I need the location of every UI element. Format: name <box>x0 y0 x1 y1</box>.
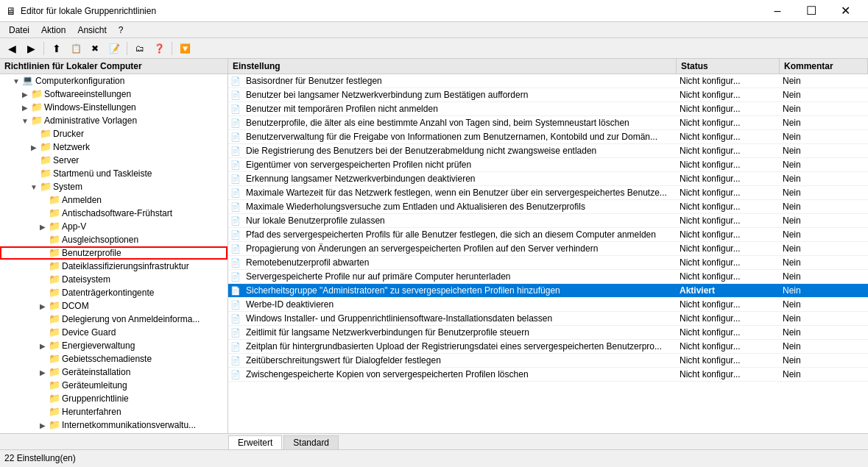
tree-expander-gruppenrichtlinie[interactable] <box>37 393 49 404</box>
menu-item-?[interactable]: ? <box>113 24 130 37</box>
tree-item-anmelden[interactable]: 📁Anmelden <box>0 193 227 207</box>
list-row[interactable]: 📄Sicherheitsgruppe "Administratoren" zu … <box>228 284 868 298</box>
settings-list[interactable]: 📄Basisordner für Benutzer festlegenNicht… <box>228 74 868 433</box>
tree-item-system[interactable]: ▼📁System <box>0 180 227 193</box>
tree-expander-internetkommunikation[interactable]: ▶ <box>37 419 49 431</box>
tree-expander-server[interactable] <box>28 154 40 166</box>
policy-tree[interactable]: ▼💻Computerkonfiguration▶📁Softwareeinstel… <box>0 74 227 433</box>
tree-item-softwareeinstellungen[interactable]: ▶📁Softwareeinstellungen <box>0 88 227 101</box>
tree-item-server[interactable]: 📁Server <box>0 154 227 167</box>
tree-expander-energieverwaltung[interactable]: ▶ <box>37 340 49 352</box>
help-button[interactable]: ❓ <box>150 40 168 57</box>
tree-expander-geraeteumleitung[interactable] <box>37 379 49 391</box>
list-row[interactable]: 📄Werbe-ID deaktivierenNicht konfigur...N… <box>228 298 868 312</box>
cell-comment: Nein <box>780 228 868 241</box>
tree-item-geraeteumleitung[interactable]: 📁Geräteumleitung <box>0 379 227 392</box>
tree-expander-netzwerk[interactable]: ▶ <box>28 141 40 153</box>
tree-item-herunterfahren[interactable]: 📁Herunterfahren <box>0 405 227 418</box>
list-row[interactable]: 📄Maximale Wiederholungsversuche zum Entl… <box>228 200 868 214</box>
maximize-button[interactable]: ☐ <box>794 0 828 22</box>
tree-item-startmenu[interactable]: 📁Startmenü und Taskleiste <box>0 167 227 180</box>
tree-item-ausgleichsoptionen[interactable]: 📁Ausgleichsoptionen <box>0 233 227 246</box>
show-scope-button[interactable]: ⬆ <box>48 40 66 57</box>
tree-item-internetkommunikation[interactable]: ▶📁Internetkommunikationsverwaltu... <box>0 418 227 432</box>
tree-item-computerkonfiguration[interactable]: ▼💻Computerkonfiguration <box>0 74 227 88</box>
tree-expander-app-v[interactable]: ▶ <box>37 221 49 232</box>
list-row[interactable]: 📄Remotebenutzerprofil abwartenNicht konf… <box>228 256 868 270</box>
tree-item-gruppenrichtlinie[interactable]: 📁Gruppenrichtlinie <box>0 392 227 405</box>
menu-item-aktion[interactable]: Aktion <box>35 24 71 37</box>
properties-button[interactable]: 📝 <box>105 40 123 57</box>
list-row[interactable]: 📄Eigentümer von servergespeicherten Prof… <box>228 158 868 172</box>
list-row[interactable]: 📄Benutzerverwaltung für die Freigabe von… <box>228 130 868 144</box>
list-row[interactable]: 📄Benutzer mit temporären Profilen nicht … <box>228 102 868 116</box>
list-row[interactable]: 📄Basisordner für Benutzer festlegenNicht… <box>228 74 868 88</box>
tree-expander-antischadsoftware[interactable] <box>37 207 49 219</box>
tree-item-drucker[interactable]: 📁Drucker <box>0 127 227 140</box>
tree-item-dateiklassifizierung[interactable]: 📁Dateiklassifizierungsinfrastruktur <box>0 260 227 273</box>
menu-item-datei[interactable]: Datei <box>3 24 35 37</box>
tree-expander-startmenu[interactable] <box>28 168 40 179</box>
tree-expander-dateiklassifizierung[interactable] <box>37 260 49 272</box>
tree-expander-delegierung[interactable] <box>37 313 49 325</box>
list-row[interactable]: 📄Zwischengespeicherte Kopien von serverg… <box>228 368 868 382</box>
tree-expander-gebietsschemadienste[interactable] <box>37 353 49 365</box>
forward-button[interactable]: ▶ <box>22 40 40 57</box>
list-row[interactable]: 📄Zeitlimit für langsame Netzwerkverbindu… <box>228 326 868 340</box>
tree-item-energieverwaltung[interactable]: ▶📁Energieverwaltung <box>0 339 227 352</box>
tree-expander-datentraegerkontingente[interactable] <box>37 287 49 299</box>
tree-item-dateisystem[interactable]: 📁Dateisystem <box>0 273 227 286</box>
tree-expander-herunterfahren[interactable] <box>37 406 49 418</box>
tree-expander-windows-einstellungen[interactable]: ▶ <box>19 101 31 113</box>
tree-expander-system[interactable]: ▼ <box>28 181 40 193</box>
tab-erweitert[interactable]: Erweitert <box>228 435 282 449</box>
list-row[interactable]: 📄Benutzer bei langsamer Netzwerkverbindu… <box>228 88 868 102</box>
list-row[interactable]: 📄Benutzerprofile, die älter als eine bes… <box>228 116 868 130</box>
tree-item-dcom[interactable]: ▶📁DCOM <box>0 299 227 313</box>
list-row[interactable]: 📄Erkennung langsamer Netzwerkverbindunge… <box>228 172 868 186</box>
setting-column-header[interactable]: Einstellung <box>228 59 677 74</box>
tree-item-geraeteinstallation[interactable]: ▶📁Geräteinstallation <box>0 366 227 379</box>
tree-item-device-guard[interactable]: 📁Device Guard <box>0 326 227 339</box>
list-row[interactable]: 📄Die Registrierung des Benutzers bei der… <box>228 144 868 158</box>
tree-item-administrative-vorlagen[interactable]: ▼📁Administrative Vorlagen <box>0 114 227 127</box>
tree-expander-drucker[interactable] <box>28 128 40 140</box>
tree-expander-anmelden[interactable] <box>37 194 49 206</box>
tree-expander-softwareeinstellungen[interactable]: ▶ <box>19 88 31 100</box>
list-row[interactable]: 📄Windows Installer- und Gruppenrichtlini… <box>228 312 868 326</box>
tree-expander-ausgleichsoptionen[interactable] <box>37 234 49 246</box>
list-row[interactable]: 📄Servergespeicherte Profile nur auf prim… <box>228 270 868 284</box>
filter-button[interactable]: 🔽 <box>176 40 194 57</box>
tab-standard[interactable]: Standard <box>283 435 339 449</box>
list-row[interactable]: 📄Zeitplan für hintergrundbasierten Uploa… <box>228 340 868 354</box>
comment-column-header[interactable]: Kommentar <box>780 59 868 74</box>
tree-expander-geraeteinstallation[interactable]: ▶ <box>37 366 49 378</box>
tree-item-benutzerprofile[interactable]: 📁Benutzerprofile <box>0 246 227 260</box>
tree-expander-benutzerprofile[interactable] <box>37 247 49 259</box>
copy-button[interactable]: 📋 <box>67 40 85 57</box>
tree-item-delegierung[interactable]: 📁Delegierung von Anmeldeinforma... <box>0 313 227 326</box>
list-row[interactable]: 📄Maximale Wartezeit für das Netzwerk fes… <box>228 186 868 200</box>
tree-item-datentraegerkontingente[interactable]: 📁Datenträgerkontingente <box>0 286 227 299</box>
tree-expander-dcom[interactable]: ▶ <box>37 300 49 312</box>
minimize-button[interactable]: – <box>761 0 794 22</box>
tree-item-gebietsschemadienste[interactable]: 📁Gebietsschemadienste <box>0 352 227 366</box>
list-row[interactable]: 📄Propagierung von Änderungen an serverge… <box>228 242 868 256</box>
tree-item-windows-einstellungen[interactable]: ▶📁Windows-Einstellungen <box>0 101 227 114</box>
new-window-button[interactable]: 🗂 <box>131 40 149 57</box>
list-row[interactable]: 📄Pfad des servergespeicherten Profils fü… <box>228 228 868 242</box>
status-column-header[interactable]: Status <box>677 59 780 74</box>
tree-item-netzwerk[interactable]: ▶📁Netzwerk <box>0 140 227 154</box>
tree-item-app-v[interactable]: ▶📁App-V <box>0 220 227 233</box>
back-button[interactable]: ◀ <box>3 40 21 57</box>
tree-item-antischadsoftware[interactable]: 📁Antischadsoftware-Frühstart <box>0 207 227 220</box>
close-button[interactable]: ✕ <box>828 0 862 22</box>
tree-expander-device-guard[interactable] <box>37 327 49 338</box>
delete-button[interactable]: ✖ <box>86 40 104 57</box>
menu-item-ansicht[interactable]: Ansicht <box>71 24 112 37</box>
tree-expander-administrative-vorlagen[interactable]: ▼ <box>19 115 31 126</box>
list-row[interactable]: 📄Nur lokale Benutzerprofile zulassenNich… <box>228 214 868 228</box>
tree-expander-dateisystem[interactable] <box>37 274 49 285</box>
tree-expander-computerkonfiguration[interactable]: ▼ <box>10 75 22 87</box>
list-row[interactable]: 📄Zeitüberschreitungswert für Dialogfelde… <box>228 354 868 368</box>
